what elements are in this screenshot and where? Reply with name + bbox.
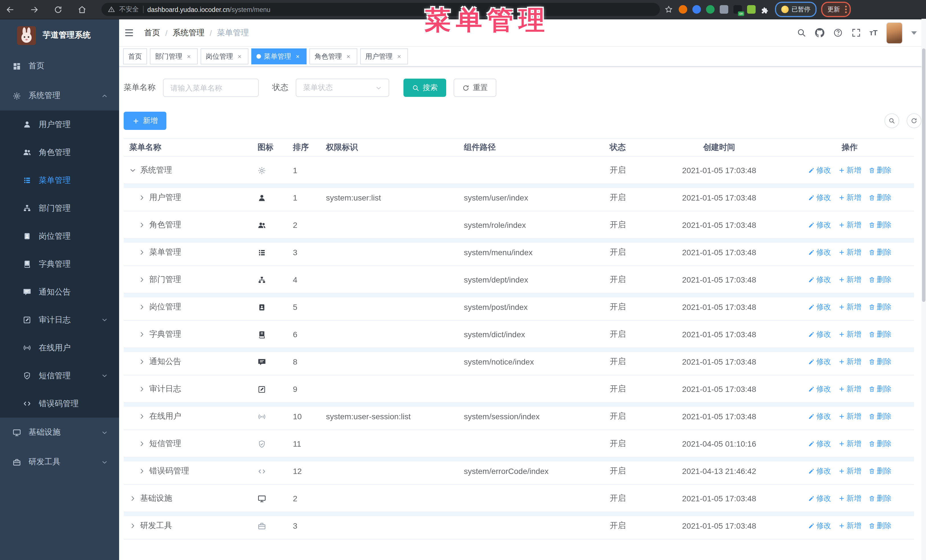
sidebar-item-字典管理[interactable]: 字典管理 [0, 250, 119, 278]
tab-close-icon[interactable]: × [345, 53, 352, 60]
tab-菜单管理[interactable]: 菜单管理× [251, 48, 307, 64]
edit-link[interactable]: 修改 [808, 220, 831, 230]
fullscreen-icon[interactable] [851, 28, 861, 38]
extension-gray-blue-icon[interactable] [720, 5, 728, 14]
extension-orange-circle-icon[interactable] [679, 5, 687, 14]
table-row-字典管理[interactable]: 字典管理6system/dict/index开启2021-01-05 17:03… [124, 321, 914, 348]
row-expand-icon[interactable] [129, 167, 136, 174]
edit-link[interactable]: 修改 [808, 165, 831, 175]
edit-link[interactable]: 修改 [808, 521, 831, 531]
sidebar-item-首页[interactable]: 首页 [0, 51, 119, 81]
row-expand-icon[interactable] [129, 522, 136, 529]
add-link[interactable]: 新增 [838, 411, 861, 421]
header-search-icon[interactable] [796, 28, 806, 38]
browser-menu-icon[interactable] [845, 6, 847, 13]
delete-link[interactable]: 删除 [868, 165, 891, 175]
table-row-错误码管理[interactable]: 错误码管理12system/errorCode/index开启2021-04-1… [124, 457, 914, 485]
add-link[interactable]: 新增 [838, 521, 861, 531]
browser-home-button[interactable] [77, 5, 86, 14]
table-row-用户管理[interactable]: 用户管理1system:user:listsystem/user/index开启… [124, 184, 914, 211]
row-expand-icon[interactable] [138, 276, 145, 283]
sidebar-toggle-icon[interactable] [124, 27, 135, 38]
sidebar-item-短信管理[interactable]: 短信管理 [0, 362, 119, 389]
add-link[interactable]: 新增 [838, 220, 861, 230]
row-expand-icon[interactable] [138, 249, 145, 255]
tab-close-icon[interactable]: × [395, 53, 403, 60]
sidebar-item-错误码管理[interactable]: 错误码管理 [0, 389, 119, 418]
edit-link[interactable]: 修改 [808, 411, 831, 421]
row-expand-icon[interactable] [129, 495, 136, 502]
search-button[interactable]: 搜索 [404, 78, 446, 97]
edit-link[interactable]: 修改 [808, 274, 831, 285]
extension-dark-on-icon[interactable]: on [733, 5, 742, 14]
sidebar-item-审计日志[interactable]: 审计日志 [0, 306, 119, 334]
tab-角色管理[interactable]: 角色管理× [309, 48, 357, 64]
row-expand-icon[interactable] [138, 221, 145, 228]
extension-green-bot-icon[interactable] [747, 5, 756, 14]
browser-back-button[interactable] [6, 5, 15, 14]
avatar-caret-icon[interactable] [911, 31, 917, 35]
breadcrumb-home[interactable]: 首页 [144, 28, 160, 38]
add-link[interactable]: 新增 [838, 302, 861, 312]
add-link[interactable]: 新增 [838, 356, 861, 367]
paused-badge[interactable]: 已暂停 [775, 2, 817, 17]
row-expand-icon[interactable] [138, 385, 145, 392]
tab-close-icon[interactable]: × [236, 53, 243, 60]
table-row-基础设施[interactable]: 基础设施2开启2021-01-05 17:03:48修改新增删除 [124, 485, 914, 512]
delete-link[interactable]: 删除 [868, 247, 891, 257]
tab-close-icon[interactable]: × [185, 53, 193, 60]
extension-green-check-icon[interactable] [706, 5, 714, 14]
edit-link[interactable]: 修改 [808, 438, 831, 448]
delete-link[interactable]: 删除 [868, 466, 891, 476]
github-icon[interactable] [815, 28, 824, 38]
delete-link[interactable]: 删除 [868, 384, 891, 394]
table-row-角色管理[interactable]: 角色管理2system/role/index开启2021-01-05 17:03… [124, 211, 914, 239]
add-link[interactable]: 新增 [838, 165, 861, 175]
user-avatar[interactable] [886, 22, 903, 44]
address-bar[interactable]: 不安全 dashboard.yudao.iocoder.cn/system/me… [101, 3, 660, 16]
delete-link[interactable]: 删除 [868, 521, 891, 531]
edit-link[interactable]: 修改 [808, 329, 831, 339]
status-select[interactable]: 菜单状态 [296, 78, 389, 97]
edit-link[interactable]: 修改 [808, 466, 831, 476]
row-expand-icon[interactable] [138, 194, 145, 201]
add-link[interactable]: 新增 [838, 274, 861, 285]
table-row-通知公告[interactable]: 通知公告8system/notice/index开启2021-01-05 17:… [124, 348, 914, 376]
scrollbar-thumb[interactable] [922, 48, 925, 302]
table-row-短信管理[interactable]: 短信管理11开启2021-04-05 01:10:16修改新增删除 [124, 430, 914, 457]
edit-link[interactable]: 修改 [808, 493, 831, 503]
breadcrumb-system[interactable]: 系统管理 [172, 28, 204, 38]
help-icon[interactable] [833, 28, 843, 38]
sidebar-item-部门管理[interactable]: 部门管理 [0, 194, 119, 222]
font-size-icon[interactable]: тT [869, 29, 878, 37]
extension-blue-gem-icon[interactable] [692, 5, 701, 14]
hide-search-button[interactable] [884, 113, 899, 128]
sidebar-item-岗位管理[interactable]: 岗位管理 [0, 222, 119, 250]
row-expand-icon[interactable] [138, 331, 145, 338]
sidebar-item-研发工具[interactable]: 研发工具 [0, 447, 119, 477]
tab-首页[interactable]: 首页 [123, 48, 147, 64]
edit-link[interactable]: 修改 [808, 192, 831, 202]
table-row-在线用户[interactable]: 在线用户10system:user-session:listsystem/ses… [124, 403, 914, 430]
add-button[interactable]: 新增 [124, 112, 166, 130]
page-scrollbar[interactable] [921, 19, 926, 560]
add-link[interactable]: 新增 [838, 493, 861, 503]
sidebar-item-基础设施[interactable]: 基础设施 [0, 418, 119, 447]
edit-link[interactable]: 修改 [808, 356, 831, 367]
add-link[interactable]: 新增 [838, 384, 861, 394]
delete-link[interactable]: 删除 [868, 493, 891, 503]
edit-link[interactable]: 修改 [808, 302, 831, 312]
extension-puzzle-icon[interactable] [761, 5, 769, 14]
edit-link[interactable]: 修改 [808, 247, 831, 257]
browser-reload-button[interactable] [54, 5, 63, 14]
browser-forward-button[interactable] [30, 5, 39, 14]
row-expand-icon[interactable] [138, 468, 145, 474]
tab-用户管理[interactable]: 用户管理× [360, 48, 408, 64]
table-row-岗位管理[interactable]: 岗位管理5system/post/index开启2021-01-05 17:03… [124, 293, 914, 321]
sidebar-logo-row[interactable]: 芋道管理系统 [0, 20, 119, 51]
bookmark-star-icon[interactable] [664, 5, 673, 14]
add-link[interactable]: 新增 [838, 438, 861, 448]
tab-岗位管理[interactable]: 岗位管理× [201, 48, 248, 64]
delete-link[interactable]: 删除 [868, 302, 891, 312]
delete-link[interactable]: 删除 [868, 220, 891, 230]
